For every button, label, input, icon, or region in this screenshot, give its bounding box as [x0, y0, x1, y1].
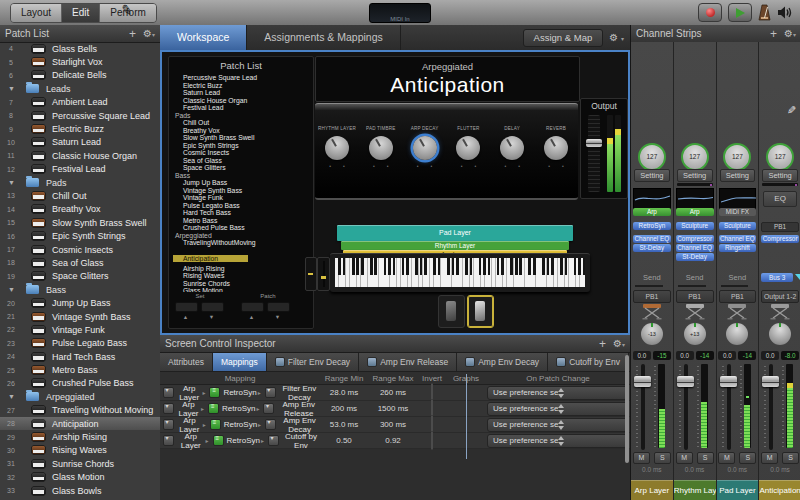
parameter-chip-icon[interactable]	[265, 387, 276, 398]
selector-item[interactable]: Metro Bass	[173, 217, 313, 225]
fader-cap[interactable]	[720, 376, 737, 387]
selector-item[interactable]: Pads	[173, 112, 313, 120]
plugin-chip-icon[interactable]	[210, 419, 221, 430]
selector-item[interactable]: TravelingWithoutMoving	[173, 239, 313, 247]
audio-fx-slot[interactable]: St-Delay	[633, 244, 671, 252]
assign-and-map-button[interactable]: Assign & Map	[523, 29, 604, 47]
inspector-tab-mappings[interactable]: Mappings	[213, 353, 267, 371]
range-max-value[interactable]: 0.92	[368, 436, 418, 445]
pan-knob[interactable]: -13	[641, 323, 663, 345]
gain-value[interactable]: 0.0	[718, 351, 736, 360]
on-patch-change-dropdown[interactable]: Use preference setting	[487, 386, 629, 400]
patch-row[interactable]: 12Festival Lead	[0, 163, 160, 176]
eq-button[interactable]: EQ	[763, 191, 797, 207]
setting-button[interactable]: Setting	[634, 169, 670, 182]
mute-button[interactable]: M	[633, 452, 650, 464]
patch-row[interactable]: 20Jump Up Bass	[0, 296, 160, 309]
set-button-b[interactable]	[201, 302, 224, 312]
patch-selector-list[interactable]: Percussive Square LeadElectric BuzzSatur…	[173, 74, 313, 292]
send-label[interactable]: Send	[631, 273, 673, 282]
patch-row[interactable]: 33Glass Bowls	[0, 484, 160, 497]
disclosure-triangle-icon[interactable]: ▼	[8, 393, 18, 400]
patch-row[interactable]: 11Classic House Organ	[0, 149, 160, 162]
range-min-value[interactable]: 200 ms	[320, 404, 368, 413]
layer-chip-icon[interactable]	[163, 387, 174, 398]
play-button[interactable]	[728, 3, 752, 22]
knob-pad-timbre[interactable]	[369, 136, 393, 160]
knob-rhythm-layer[interactable]	[325, 136, 349, 160]
patch-row[interactable]: 29Airship Rising	[0, 430, 160, 443]
channel-strip-rhythm-layer[interactable]: 127SettingArpSculptureCompressorChannel …	[674, 42, 716, 500]
pan-knob[interactable]	[726, 323, 748, 345]
audio-fx-slot[interactable]: Ringshift	[719, 244, 757, 252]
add-channel-strip-button[interactable]: +	[770, 28, 777, 40]
selector-item-selected[interactable]: Anticipation	[173, 255, 248, 263]
range-min-value[interactable]: 28.0 ms	[320, 388, 368, 397]
strip-name-label[interactable]: Rhythm Layer	[674, 480, 716, 500]
strip-name-label[interactable]: Pad Layer	[717, 480, 759, 500]
inspector-tab-filter-env-decay[interactable]: Filter Env Decay	[267, 353, 359, 371]
midi-fx-slot[interactable]: Arp	[633, 208, 671, 216]
inspector-tab-amp-env-release[interactable]: Amp Env Release	[359, 353, 457, 371]
fader-cap[interactable]	[762, 376, 779, 387]
set-down-button[interactable]: ▼	[201, 314, 222, 320]
solo-button[interactable]: S	[697, 452, 714, 464]
send-label[interactable]: Send	[674, 273, 716, 282]
expression-knob[interactable]: 127	[723, 143, 751, 171]
volume-icon[interactable]	[777, 5, 794, 20]
knob-delay[interactable]	[500, 136, 524, 160]
patch-row[interactable]: 32Glass Motion	[0, 471, 160, 484]
keyboard-control[interactable]	[330, 253, 590, 292]
selector-item[interactable]: Breathy Vox	[173, 127, 313, 135]
expression-knob[interactable]: 127	[766, 143, 794, 171]
selector-item[interactable]: Sea of Glass	[173, 157, 313, 165]
output-routing-button[interactable]: PB1	[719, 290, 757, 303]
set-button-a[interactable]	[175, 302, 198, 312]
expression-knob[interactable]: 127	[638, 143, 666, 171]
patch-row[interactable]: 21Vintage Synth Bass	[0, 310, 160, 323]
selector-item[interactable]: Crushed Pulse Bass	[173, 224, 313, 232]
layer-chip-icon[interactable]	[163, 403, 174, 414]
pedal-1-icon[interactable]	[438, 295, 465, 328]
invert-checkbox[interactable]	[431, 431, 433, 450]
selector-item[interactable]: Chill Out	[173, 119, 313, 127]
tab-assignments-mappings[interactable]: Assignments & Mappings	[247, 25, 400, 50]
rhythm-layer-bar[interactable]: Rhythm Layer	[341, 241, 569, 250]
selector-item[interactable]: Sunrise Chords	[173, 280, 313, 288]
audio-fx-slot[interactable]: Channel EQ	[633, 235, 671, 243]
selector-item[interactable]: Jump Up Bass	[173, 179, 313, 187]
solo-button[interactable]: S	[782, 452, 799, 464]
patch-row[interactable]: 9Electric Buzz	[0, 122, 160, 135]
patch-row[interactable]: 27Traveling Without Moving	[0, 404, 160, 417]
audio-fx-slot[interactable]: St-Delay	[676, 253, 714, 261]
selector-item[interactable]: Epic Synth Strings	[173, 142, 313, 150]
pedal-2-icon[interactable]	[467, 295, 494, 328]
eq-thumbnail[interactable]	[676, 188, 714, 210]
instrument-slot[interactable]: PB1	[761, 222, 799, 232]
knob-flutter[interactable]	[456, 136, 480, 160]
strip-name-label[interactable]: Arp Layer	[631, 480, 673, 500]
patch-row[interactable]: 15Slow Synth Brass Swell	[0, 216, 160, 229]
range-max-value[interactable]: 1500 ms	[368, 404, 418, 413]
parameter-chip-icon[interactable]	[265, 419, 276, 430]
patch-row[interactable]: 7Ambient Lead	[0, 96, 160, 109]
send-label[interactable]: Send	[717, 273, 759, 282]
patch-button-a[interactable]	[241, 302, 264, 312]
patch-folder-leads[interactable]: ▼Leads	[0, 82, 160, 95]
audio-fx-slot[interactable]: Channel EQ	[676, 244, 714, 252]
mute-button[interactable]: M	[718, 452, 735, 464]
channel-strip-arp-layer[interactable]: 127SettingArpRetroSynChannel EQSt-DelayS…	[631, 42, 673, 500]
patch-row[interactable]: 30Rising Waves	[0, 444, 160, 457]
parameter-chip-icon[interactable]	[268, 435, 279, 446]
range-max-value[interactable]: 260 ms	[368, 388, 418, 397]
disclosure-triangle-icon[interactable]: ▼	[8, 179, 18, 186]
selector-item[interactable]: Bass	[173, 172, 313, 180]
solo-button[interactable]: S	[739, 452, 756, 464]
patch-row[interactable]: 17Cosmic Insects	[0, 243, 160, 256]
audio-fx-slot[interactable]: Compressor	[676, 235, 714, 243]
patch-row[interactable]: 5Starlight Vox	[0, 55, 160, 68]
patch-row[interactable]: 10Saturn Lead	[0, 136, 160, 149]
patch-row[interactable]: 4Glass Bells	[0, 42, 160, 55]
mute-button[interactable]: M	[761, 452, 778, 464]
patch-selector-control[interactable]: Patch List Percussive Square LeadElectri…	[168, 56, 314, 329]
